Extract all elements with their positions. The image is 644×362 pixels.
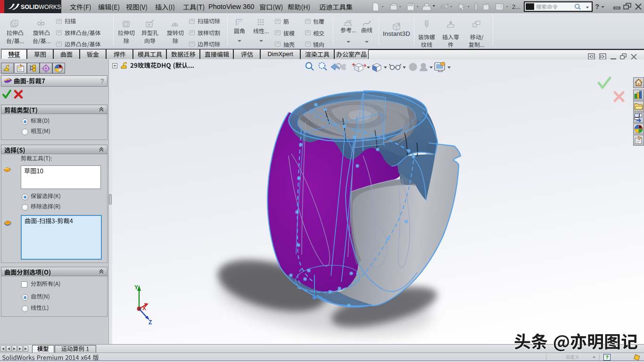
svg-text:Y: Y [134,284,138,291]
svg-text:?: ? [595,2,599,10]
svg-text:2...: 2... [512,3,520,10]
svg-text:SOLIDWORKS: SOLIDWORKS [21,4,61,10]
svg-text:X: X [142,305,146,312]
svg-text:Z: Z [149,319,152,326]
